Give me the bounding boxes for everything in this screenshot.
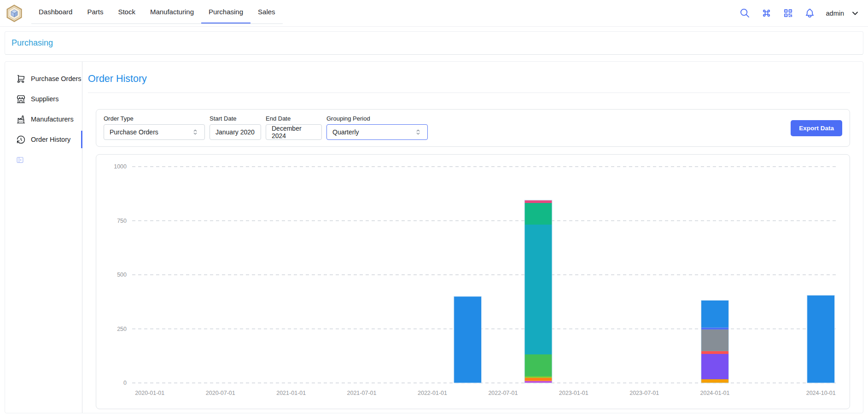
- bar-segment[interactable]: [524, 200, 552, 203]
- user-menu[interactable]: admin: [826, 9, 860, 18]
- stacked-bar[interactable]: [524, 200, 552, 383]
- start-date-input[interactable]: January 2020: [210, 124, 261, 140]
- bar-segment[interactable]: [701, 330, 729, 351]
- collapse-sidebar-icon[interactable]: [16, 156, 24, 164]
- end-date-field: End Date December 2024: [266, 115, 322, 140]
- order-history-panel: Order History Order Type Purchase Orders…: [82, 62, 864, 413]
- order-type-value: Purchase Orders: [110, 128, 188, 136]
- tab-stock[interactable]: Stock: [111, 0, 143, 23]
- y-tick-label: 250: [117, 326, 127, 332]
- sidebar-item-label: Order History: [31, 136, 70, 143]
- title-divider: [88, 93, 850, 93]
- chart-panel: 025050075010002020-01-012020-07-012021-0…: [96, 154, 850, 409]
- sidebar-item-order-history[interactable]: Order History: [5, 129, 82, 150]
- grouping-period-field: Grouping Period Quarterly: [326, 115, 428, 140]
- tab-label: Sales: [258, 8, 275, 16]
- x-tick-label: 2024-10-01: [806, 390, 836, 396]
- order-type-label: Order Type: [104, 115, 205, 122]
- filter-toolbar: Order Type Purchase Orders Start Date Ja…: [96, 109, 850, 147]
- bar-segment[interactable]: [524, 225, 552, 354]
- x-tick-label: 2020-01-01: [135, 390, 164, 396]
- tab-label: Dashboard: [39, 8, 72, 16]
- order-type-select[interactable]: Purchase Orders: [104, 124, 205, 140]
- bar-segment[interactable]: [807, 295, 835, 383]
- content-panel: Purchase Orders Suppliers Manufacturers …: [5, 61, 863, 413]
- bar-segment[interactable]: [454, 296, 482, 383]
- tab-label: Stock: [118, 8, 135, 16]
- grouping-period-label: Grouping Period: [326, 115, 428, 122]
- y-tick-label: 750: [117, 218, 127, 224]
- bar-segment[interactable]: [524, 376, 552, 378]
- sidebar-item-manufacturers[interactable]: Manufacturers: [5, 109, 82, 129]
- bar-segment[interactable]: [524, 203, 552, 225]
- order-type-field: Order Type Purchase Orders: [104, 115, 205, 140]
- tab-label: Manufacturing: [150, 8, 194, 16]
- start-date-value: January 2020: [216, 128, 255, 136]
- stacked-bar[interactable]: [701, 301, 729, 383]
- page-title: Order History: [88, 73, 850, 85]
- x-tick-label: 2023-01-01: [559, 390, 588, 396]
- tab-dashboard[interactable]: Dashboard: [31, 0, 80, 23]
- shopping-cart-icon: [16, 74, 26, 84]
- breadcrumb-bar: Purchasing: [5, 31, 863, 55]
- end-date-input[interactable]: December 2024: [266, 124, 322, 140]
- navbar-actions: admin: [740, 8, 860, 18]
- sidebar-item-label: Manufacturers: [31, 116, 74, 123]
- end-date-value: December 2024: [272, 125, 316, 139]
- bar-segment[interactable]: [701, 354, 729, 379]
- tab-parts[interactable]: Parts: [80, 0, 111, 23]
- breadcrumb[interactable]: Purchasing: [12, 38, 53, 48]
- selector-icon: [414, 128, 422, 136]
- history-icon: [16, 135, 26, 145]
- stacked-bar[interactable]: [807, 295, 835, 383]
- bar-segment[interactable]: [701, 379, 729, 383]
- tab-sales[interactable]: Sales: [250, 0, 283, 23]
- bar-segment[interactable]: [524, 354, 552, 376]
- sidebar-item-suppliers[interactable]: Suppliers: [5, 89, 82, 109]
- qrcode-scan-icon[interactable]: [783, 8, 793, 18]
- tab-label: Parts: [87, 8, 103, 16]
- y-tick-label: 500: [117, 272, 127, 278]
- bar-segment[interactable]: [701, 328, 729, 330]
- stacked-bar[interactable]: [454, 296, 482, 383]
- grouping-period-value: Quarterly: [332, 128, 411, 136]
- x-tick-label: 2022-01-01: [418, 390, 447, 396]
- x-tick-label: 2021-07-01: [347, 390, 377, 396]
- y-tick-label: 1000: [114, 163, 127, 170]
- start-date-field: Start Date January 2020: [210, 115, 261, 140]
- end-date-label: End Date: [266, 115, 322, 122]
- order-history-chart: 025050075010002020-01-012020-07-012021-0…: [96, 155, 850, 409]
- top-navbar: Dashboard Parts Stock Manufacturing Purc…: [0, 0, 868, 27]
- grouping-period-select[interactable]: Quarterly: [326, 124, 428, 140]
- bar-segment[interactable]: [701, 301, 729, 328]
- start-date-label: Start Date: [210, 115, 261, 122]
- x-tick-label: 2021-01-01: [276, 390, 306, 396]
- command-icon[interactable]: [761, 8, 772, 18]
- tab-purchasing[interactable]: Purchasing: [201, 0, 250, 23]
- inventree-logo-icon[interactable]: [6, 5, 23, 22]
- search-icon[interactable]: [740, 8, 750, 18]
- x-tick-label: 2022-07-01: [488, 390, 518, 396]
- x-tick-label: 2020-07-01: [206, 390, 235, 396]
- sidebar-item-label: Purchase Orders: [31, 75, 82, 82]
- x-tick-label: 2023-07-01: [629, 390, 659, 396]
- notifications-bell-icon[interactable]: [804, 8, 815, 18]
- tab-label: Purchasing: [209, 8, 243, 16]
- user-name: admin: [826, 10, 845, 17]
- sidebar-item-purchase-orders[interactable]: Purchase Orders: [5, 69, 82, 89]
- building-store-icon: [16, 94, 26, 104]
- bar-segment[interactable]: [524, 378, 552, 381]
- selector-icon: [192, 128, 199, 136]
- x-tick-label: 2024-01-01: [700, 390, 730, 396]
- chevron-down-icon: [851, 9, 860, 18]
- export-data-button[interactable]: Export Data: [791, 120, 842, 136]
- tab-manufacturing[interactable]: Manufacturing: [143, 0, 201, 23]
- bar-segment[interactable]: [524, 381, 552, 383]
- bar-segment[interactable]: [701, 351, 729, 354]
- sidebar-item-label: Suppliers: [31, 95, 58, 103]
- purchasing-sidebar: Purchase Orders Suppliers Manufacturers …: [5, 62, 82, 413]
- main-nav-tabs: Dashboard Parts Stock Manufacturing Purc…: [31, 0, 283, 24]
- building-factory-icon: [16, 115, 26, 124]
- y-tick-label: 0: [123, 380, 127, 386]
